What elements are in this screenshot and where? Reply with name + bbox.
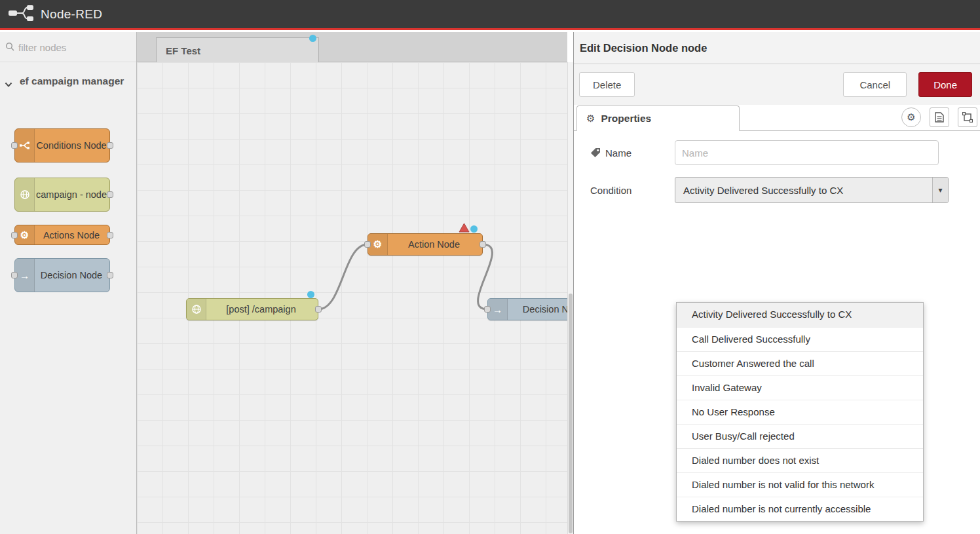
chevron-down-icon	[5, 77, 12, 92]
name-row: Name	[590, 140, 980, 165]
input-port[interactable]	[484, 306, 491, 313]
palette-search	[0, 32, 136, 62]
palette-node-decision[interactable]: → Decision Node	[14, 258, 110, 292]
delete-button[interactable]: Delete	[579, 72, 635, 97]
search-icon	[5, 42, 14, 51]
app-title: Node-RED	[41, 7, 102, 22]
dropdown-option[interactable]: Activity Delivered Successfully to CX	[677, 303, 923, 327]
palette-node-label: campaign - node	[35, 178, 108, 211]
done-button[interactable]: Done	[918, 72, 972, 97]
palette-category-header[interactable]: ef campaign manager	[0, 62, 136, 96]
edit-tray: Edit Decision Node node Delete Cancel Do…	[573, 32, 980, 534]
input-port	[11, 232, 18, 238]
dropdown-option[interactable]: Customer Answered the call	[677, 351, 923, 375]
output-port	[107, 191, 113, 198]
condition-select[interactable]: Activity Delivered Successfully to CX ▾	[675, 177, 949, 203]
dropdown-option[interactable]: Dialed number is not currently accessibl…	[677, 497, 923, 521]
palette-sidebar: ef campaign manager Conditions Node	[0, 32, 137, 534]
canvas-node-label: Decision Node	[508, 299, 567, 320]
edit-dialog-title: Edit Decision Node node	[574, 32, 980, 64]
appearance-button[interactable]	[958, 107, 977, 127]
globe-icon	[15, 178, 35, 211]
dropdown-option[interactable]: Call Delivered Successfully	[677, 327, 923, 351]
canvas-scrollbar[interactable]	[567, 62, 573, 534]
palette-node-campaign[interactable]: campaign - node	[14, 178, 110, 212]
palette-node-label: Decision Node	[35, 259, 108, 292]
canvas-node-label: Action Node	[388, 234, 480, 255]
unsaved-changes-dot	[309, 35, 316, 42]
error-badge-icon	[459, 223, 470, 233]
tab-label: EF Test	[166, 45, 200, 56]
flow-canvas[interactable]: ⚙ Action Node [post] /campaign	[137, 62, 567, 534]
condition-dropdown: Activity Delivered Successfully to CX Ca…	[676, 302, 924, 522]
dropdown-option[interactable]: No User Response	[677, 400, 923, 424]
edit-tab-buttons: ⚙	[901, 107, 980, 127]
edit-tabs-row: ⚙ Properties ⚙	[574, 105, 980, 131]
arrow-icon: →	[15, 259, 35, 292]
chevron-down-icon: ▾	[932, 178, 948, 202]
wire[interactable]	[318, 244, 368, 309]
palette-category-label: ef campaign manager	[20, 75, 124, 86]
condition-selected-value: Activity Delivered Successfully to CX	[683, 185, 843, 196]
changed-badge-dot	[470, 225, 478, 233]
gear-icon: ⚙	[586, 113, 595, 124]
dropdown-option[interactable]: Invalid Gateway	[677, 375, 923, 400]
description-button[interactable]	[930, 107, 949, 127]
output-port[interactable]	[315, 306, 322, 313]
edit-form: Name Condition Activity Delivered Succes…	[574, 131, 980, 203]
app-header: Node-RED	[0, 0, 980, 30]
globe-icon	[187, 299, 206, 320]
palette-node-label: Actions Node	[35, 225, 108, 244]
output-port	[107, 272, 113, 278]
tab-properties-label: Properties	[601, 113, 651, 124]
scrollbar-thumb[interactable]	[569, 294, 573, 533]
palette-node-actions[interactable]: ⚙ Actions Node	[14, 225, 110, 245]
output-port	[107, 142, 113, 149]
cancel-button[interactable]: Cancel	[843, 72, 907, 97]
gear-icon: ⚙	[907, 111, 915, 123]
canvas-node-action[interactable]: ⚙ Action Node	[368, 233, 483, 256]
canvas-node-decision[interactable]: → Decision Node	[487, 298, 567, 320]
tag-icon	[590, 148, 600, 158]
palette-node-conditions[interactable]: Conditions Node	[14, 128, 110, 162]
name-input[interactable]	[675, 140, 939, 165]
node-red-logo-icon	[8, 5, 34, 24]
canvas-node-label: [post] /campaign	[206, 299, 316, 320]
tab-properties[interactable]: ⚙ Properties	[576, 105, 740, 131]
output-port	[107, 232, 113, 238]
dropdown-option[interactable]: User Busy/Call rejected	[677, 424, 923, 448]
workspace: EF Test ⚙ Action Node	[137, 32, 573, 534]
frame-icon	[962, 112, 973, 123]
input-port[interactable]	[364, 241, 371, 248]
palette-node-label: Conditions Node	[35, 129, 108, 162]
condition-label: Condition	[590, 185, 675, 196]
dropdown-option[interactable]: Dialed number is not valid for this netw…	[677, 472, 923, 497]
condition-row: Condition Activity Delivered Successfull…	[590, 177, 980, 203]
input-port	[11, 272, 18, 278]
node-settings-button[interactable]: ⚙	[901, 107, 921, 127]
arrow-icon: →	[488, 299, 508, 320]
canvas-node-post-campaign[interactable]: [post] /campaign	[186, 298, 318, 320]
main-area: ef campaign manager Conditions Node	[0, 32, 980, 534]
output-port[interactable]	[480, 241, 486, 248]
gear-icon: ⚙	[15, 225, 35, 244]
fork-icon	[15, 129, 35, 162]
input-port	[11, 142, 18, 149]
edit-toolbar: Delete Cancel Done	[574, 64, 980, 105]
name-label: Name	[590, 147, 675, 159]
tab-ef-test[interactable]: EF Test	[156, 37, 319, 63]
flow-tab-bar: EF Test	[137, 32, 567, 62]
changed-badge-dot	[307, 291, 314, 298]
gear-icon: ⚙	[368, 234, 388, 255]
dropdown-option[interactable]: Dialed number does not exist	[677, 448, 923, 472]
palette-search-input[interactable]	[18, 39, 130, 55]
document-icon	[935, 112, 944, 123]
